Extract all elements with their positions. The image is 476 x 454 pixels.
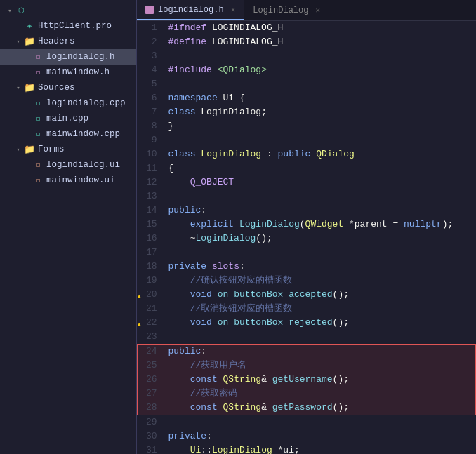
project-icon: ⬡ [15,5,27,16]
table-row: 24public: [138,345,476,359]
tree-item-main-cpp[interactable]: ◻ main.cpp [0,111,136,126]
tree-label: logindialog.h [46,52,115,62]
code-lines: 1#ifndef LOGINDIALOG_H2#define LOGINDIAL… [137,21,476,454]
line-code: explicit LoginDialog(QWidget *parent = n… [164,218,476,232]
code-token: public [278,149,311,159]
line-code: //获取用户名 [164,359,476,373]
chevron-down-icon: ▾ [14,37,22,46]
code-token: QString [223,402,262,413]
table-row: 30private: [138,429,476,443]
code-token [168,219,190,229]
line-code: public: [164,345,476,359]
line-number: 8 [138,119,164,133]
code-token: ( [300,219,305,229]
code-token: private [168,431,207,441]
line-code: ~LoginDialog(); [164,232,476,246]
line-code: class LoginDialog : public QDialog [164,147,476,161]
code-token: getPassword [272,402,333,413]
tab-close-icon[interactable]: ✕ [315,6,320,15]
tree-item-logindialog-h[interactable]: ◻ logindialog.h [0,49,136,65]
table-row: 12 Q_OBJECT [138,175,476,189]
spacer [22,99,31,107]
code-token: : [206,431,212,441]
line-number: 7 [138,105,164,119]
tree-root-httpclient[interactable]: ▾ ⬡ [0,3,136,18]
line-code: } [164,119,476,133]
code-token: getUsername [272,374,333,385]
line-code: private slots: [164,260,476,274]
tree-item-mainwindow-cpp[interactable]: ◻ mainwindow.cpp [0,126,136,142]
code-content[interactable]: 1#ifndef LOGINDIALOG_H2#define LOGINDIAL… [137,21,476,454]
tree-label: Sources [38,83,75,93]
code-token: LOGINDIALOG_H [206,22,283,33]
line-number: 22▲ [138,316,164,330]
tree-label: mainwindow.cpp [46,129,120,139]
code-token: <QDialog> [212,65,267,75]
code-token: (); [333,317,349,328]
table-row: 1#ifndef LOGINDIALOG_H [138,21,476,35]
code-token: ); [442,219,454,229]
line-code [164,189,476,203]
line-code [164,330,476,345]
code-token: const [190,374,218,385]
line-code: Ui::LoginDialog *ui; [164,443,476,454]
code-token: LoginDialog; [196,107,267,117]
line-code: class LoginDialog; [164,105,476,119]
tree-folder-forms[interactable]: ▾ 📁 Forms [0,142,136,157]
code-token: *parent = [343,219,404,229]
code-token: LoginDialog [201,149,261,159]
code-token [234,219,239,229]
code-token [218,402,223,413]
tree-item-mainwindow-h[interactable]: ◻ mainwindow.h [0,65,136,80]
code-token: public [168,205,201,215]
line-code: #define LOGINDIALOG_H [164,35,476,49]
tree-item-mainwindow-ui[interactable]: ◻ mainwindow.ui [0,173,136,188]
tree-folder-sources[interactable]: ▾ 📁 Sources [0,80,136,95]
code-token: nullptr [404,219,442,229]
tab-logindialog-h[interactable]: logindialog.h ✕ [137,0,244,20]
line-code [164,415,476,430]
table-row: 29 [138,415,476,430]
line-number: 21 [138,302,164,316]
tab-label: LoginDialog [253,6,308,15]
table-row: 11{ [138,161,476,175]
code-token: #ifndef [168,22,207,33]
tab-logindialog[interactable]: LoginDialog ✕ [244,0,329,20]
line-code: const QString& getUsername(); [164,373,476,387]
code-token: explicit [190,219,234,229]
code-token: (); [333,289,349,300]
line-number: 23 [138,330,164,345]
file-tree: ▾ ⬡ ◈ HttpClient.pro ▾ 📁 Headers ◻ login… [0,0,137,454]
line-number: 17 [138,246,164,260]
line-code [164,49,476,63]
line-number: 27 [138,387,164,401]
tree-label: HttpClient.pro [38,21,112,31]
tree-label: mainwindow.ui [46,175,115,185]
spacer [22,130,31,138]
table-row: 10class LoginDialog : public QDialog [138,147,476,161]
line-code: void on_buttonBox_rejected(); [164,316,476,330]
file-h-icon: ◻ [32,67,44,78]
line-number: 16 [138,232,164,246]
tree-item-logindialog-cpp[interactable]: ◻ logindialog.cpp [0,95,136,111]
table-row: 13 [138,189,476,203]
code-token: const [190,402,218,413]
folder-icon: 📁 [24,36,35,47]
code-token: //取消按钮对应的槽函数 [190,303,293,314]
code-token: & [261,402,272,413]
line-number: 2 [138,35,164,49]
tab-close-icon[interactable]: ✕ [231,5,236,14]
line-number: 24 [138,345,164,359]
spacer [22,114,31,123]
tree-label: main.cpp [46,114,88,123]
file-h-tab-icon [145,6,154,14]
table-row: 21 //取消按钮对应的槽函数 [138,302,476,316]
code-token [168,388,190,399]
tree-label: logindialog.ui [46,160,120,170]
tree-item-httpclient-pro[interactable]: ◈ HttpClient.pro [0,18,136,34]
line-number: 31 [138,443,164,454]
tree-folder-headers[interactable]: ▾ 📁 Headers [0,34,136,49]
tree-item-logindialog-ui[interactable]: ◻ logindialog.ui [0,157,136,173]
code-token: void [190,289,212,300]
line-code: Q_OBJECT [164,175,476,189]
